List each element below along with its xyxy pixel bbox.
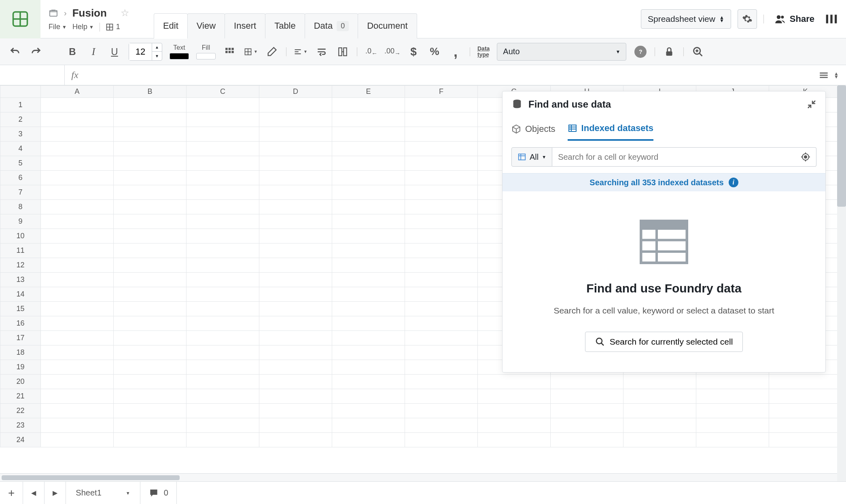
cell[interactable]	[187, 331, 259, 345]
cell[interactable]	[405, 112, 478, 127]
cell[interactable]	[41, 433, 114, 447]
cell[interactable]	[332, 171, 405, 185]
view-mode-select[interactable]: Spreadsheet view ▲▼	[641, 9, 731, 29]
cell[interactable]	[41, 331, 114, 345]
cell[interactable]	[332, 360, 405, 375]
cell-reference-box[interactable]	[0, 65, 65, 85]
column-header[interactable]: D	[259, 86, 332, 98]
cell[interactable]	[551, 375, 623, 389]
cell[interactable]	[114, 433, 187, 447]
row-header[interactable]: 12	[0, 258, 41, 273]
cell[interactable]	[41, 287, 114, 302]
cell[interactable]	[259, 171, 332, 185]
expand-icon[interactable]: ▲▼	[834, 72, 839, 78]
star-icon[interactable]: ☆	[121, 7, 129, 19]
tab-table[interactable]: Table	[265, 13, 305, 38]
cell[interactable]	[259, 185, 332, 200]
cell[interactable]	[405, 171, 478, 185]
cell[interactable]	[405, 185, 478, 200]
cell[interactable]	[259, 360, 332, 375]
cell[interactable]	[187, 112, 259, 127]
cell[interactable]	[259, 273, 332, 287]
cell[interactable]	[114, 345, 187, 360]
cell[interactable]	[769, 418, 842, 433]
cell[interactable]	[187, 287, 259, 302]
cell[interactable]	[187, 185, 259, 200]
row-header[interactable]: 19	[0, 360, 41, 375]
column-header[interactable]: C	[187, 86, 259, 98]
cell[interactable]	[332, 214, 405, 229]
cell[interactable]	[332, 156, 405, 171]
cell[interactable]	[114, 98, 187, 112]
cell[interactable]	[551, 433, 623, 447]
cell[interactable]	[405, 156, 478, 171]
file-menu[interactable]: File▼	[49, 23, 67, 31]
search-selected-cell-button[interactable]: Search for currently selected cell	[585, 332, 743, 352]
panel-tab-objects[interactable]: Objects	[511, 117, 556, 141]
cell[interactable]	[114, 375, 187, 389]
cell[interactable]	[187, 98, 259, 112]
cell[interactable]	[41, 389, 114, 404]
cell[interactable]	[259, 127, 332, 142]
column-header[interactable]: B	[114, 86, 187, 98]
cell[interactable]	[259, 244, 332, 258]
cell[interactable]	[478, 433, 551, 447]
cell[interactable]	[623, 375, 696, 389]
menu-lines-icon[interactable]	[818, 70, 829, 80]
cell[interactable]	[41, 244, 114, 258]
cell[interactable]	[332, 418, 405, 433]
undo-button[interactable]	[8, 45, 22, 59]
decrease-decimal-button[interactable]: .0←	[365, 45, 378, 59]
lock-button[interactable]	[662, 45, 676, 59]
row-header[interactable]: 6	[0, 171, 41, 185]
cell[interactable]	[114, 185, 187, 200]
cell[interactable]	[41, 156, 114, 171]
row-header[interactable]: 2	[0, 112, 41, 127]
cell[interactable]	[259, 375, 332, 389]
cell[interactable]	[332, 302, 405, 316]
cell[interactable]	[187, 214, 259, 229]
cell[interactable]	[696, 433, 769, 447]
cell[interactable]	[114, 273, 187, 287]
cell[interactable]	[114, 389, 187, 404]
cell[interactable]	[332, 273, 405, 287]
row-header[interactable]: 1	[0, 98, 41, 112]
row-header[interactable]: 10	[0, 229, 41, 244]
cell[interactable]	[405, 345, 478, 360]
cell[interactable]	[623, 404, 696, 418]
vertical-scrollbar[interactable]	[837, 85, 846, 481]
help-button[interactable]: ?	[634, 45, 647, 59]
row-header[interactable]: 24	[0, 433, 41, 447]
cell[interactable]	[259, 229, 332, 244]
text-color-button[interactable]: Text	[170, 44, 189, 59]
data-type-select[interactable]: Auto ▼	[497, 43, 626, 61]
row-header[interactable]: 16	[0, 316, 41, 331]
thousands-button[interactable]: ,	[449, 45, 462, 59]
cell[interactable]	[187, 389, 259, 404]
cell[interactable]	[114, 229, 187, 244]
cell[interactable]	[259, 418, 332, 433]
cell[interactable]	[187, 156, 259, 171]
cell[interactable]	[187, 127, 259, 142]
tab-insert[interactable]: Insert	[225, 13, 265, 38]
align-button[interactable]: ▼	[294, 45, 307, 59]
cell[interactable]	[623, 418, 696, 433]
cell[interactable]	[332, 287, 405, 302]
row-header[interactable]: 22	[0, 404, 41, 418]
cell[interactable]	[114, 112, 187, 127]
cell[interactable]	[41, 404, 114, 418]
cell[interactable]	[187, 142, 259, 156]
sheet-count[interactable]: 1	[106, 23, 120, 31]
cell[interactable]	[41, 142, 114, 156]
font-size-down[interactable]: ▼	[152, 52, 162, 60]
cell[interactable]	[405, 229, 478, 244]
cell[interactable]	[114, 287, 187, 302]
cell[interactable]	[41, 302, 114, 316]
cell[interactable]	[405, 273, 478, 287]
cell[interactable]	[41, 171, 114, 185]
cell[interactable]	[405, 142, 478, 156]
zoom-button[interactable]	[691, 45, 705, 59]
cell[interactable]	[114, 214, 187, 229]
cell[interactable]	[187, 345, 259, 360]
document-title[interactable]: Fusion	[72, 7, 107, 19]
